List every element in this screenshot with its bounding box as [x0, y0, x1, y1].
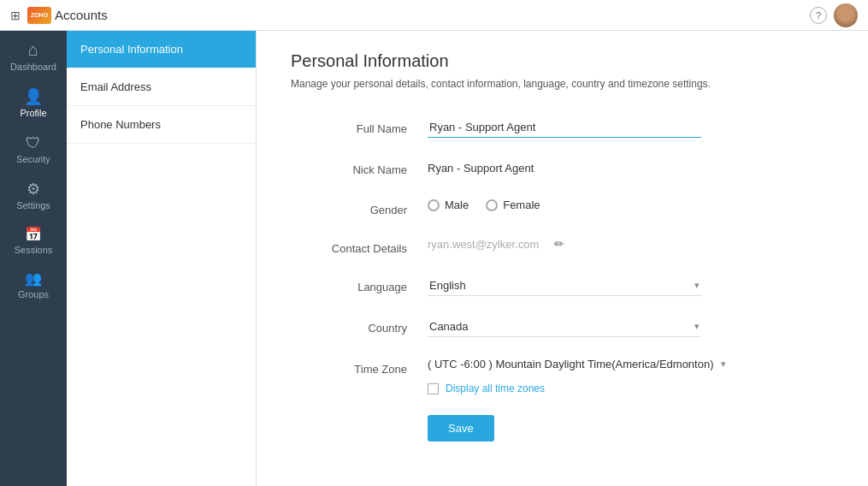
subnav-phone-numbers[interactable]: Phone Numbers: [67, 106, 256, 144]
top-header: ⊞ ZOHO Accounts ?: [0, 0, 868, 31]
sidebar-item-dashboard[interactable]: ⌂ Dashboard: [0, 31, 67, 79]
contact-details-value: ryan.west@zylker.com ✏: [428, 237, 834, 251]
sub-nav: Personal Information Email Address Phone…: [67, 31, 257, 486]
timezone-dropdown[interactable]: ( UTC -6:00 ) Mountain Daylight Time(Ame…: [428, 358, 726, 370]
timezone-dropdown-arrow: ▾: [721, 359, 726, 370]
sidebar-item-settings[interactable]: ⚙ Settings: [0, 171, 67, 217]
timezone-checkbox[interactable]: [428, 383, 439, 394]
form-row-country: Country Canada ▾: [291, 317, 834, 337]
country-dropdown[interactable]: Canada ▾: [428, 317, 701, 337]
form-row-language: Language English ▾: [291, 276, 834, 296]
content-area: Personal Information Manage your persona…: [257, 31, 868, 486]
sidebar-item-groups[interactable]: 👥 Groups: [0, 262, 67, 306]
contact-details-label: Contact Details: [291, 237, 428, 255]
gender-female-radio[interactable]: [486, 199, 498, 211]
timezone-checkbox-row: Display all time zones: [428, 382, 545, 394]
country-value: Canada ▾: [428, 317, 834, 337]
help-icon[interactable]: ?: [810, 7, 827, 24]
home-icon: ⌂: [28, 41, 38, 58]
sidebar-label-dashboard: Dashboard: [10, 62, 56, 72]
sidebar-label-sessions: Sessions: [15, 245, 53, 255]
gender-label: Gender: [291, 199, 428, 216]
logo: ZOHO Accounts: [27, 7, 108, 24]
country-label: Country: [291, 317, 428, 335]
language-dropdown-value: English: [429, 279, 466, 292]
form-row-contact: Contact Details ryan.west@zylker.com ✏: [291, 237, 834, 255]
left-sidebar: ⌂ Dashboard 👤 Profile 🛡 Security ⚙ Setti…: [0, 31, 67, 486]
form-row-gender: Gender Male Female: [291, 199, 834, 216]
sidebar-label-security: Security: [16, 154, 50, 164]
nick-name-text: Ryan - Support Agent: [428, 158, 534, 178]
form-row-fullname: Full Name: [291, 117, 834, 138]
timezone-dropdown-value: ( UTC -6:00 ) Mountain Daylight Time(Ame…: [428, 358, 714, 370]
sidebar-item-profile[interactable]: 👤 Profile: [0, 79, 67, 125]
subnav-personal-information[interactable]: Personal Information: [67, 31, 256, 68]
country-dropdown-value: Canada: [429, 320, 469, 333]
nick-name-label: Nick Name: [291, 158, 428, 176]
language-value: English ▾: [428, 276, 834, 296]
sidebar-label-settings: Settings: [16, 200, 50, 210]
gear-icon: ⚙: [27, 181, 40, 197]
nick-name-value: Ryan - Support Agent: [428, 158, 834, 178]
language-dropdown-arrow: ▾: [694, 280, 700, 291]
page-title: Personal Information: [291, 51, 834, 71]
gender-male-option[interactable]: Male: [428, 199, 469, 211]
zoho-logo: ZOHO: [27, 7, 51, 24]
sidebar-label-profile: Profile: [20, 108, 46, 118]
gender-radio-group: Male Female: [428, 199, 540, 211]
avatar[interactable]: [834, 3, 858, 27]
group-icon: 👥: [25, 272, 42, 286]
edit-icon[interactable]: ✏: [554, 237, 564, 251]
form-row-nickname: Nick Name Ryan - Support Agent: [291, 158, 834, 178]
app-title: Accounts: [55, 8, 108, 22]
sidebar-item-security[interactable]: 🛡 Security: [0, 125, 67, 171]
timezone-label: Time Zone: [291, 358, 428, 376]
full-name-input[interactable]: [428, 117, 701, 138]
form-row-save: Save: [428, 415, 834, 442]
profile-icon: 👤: [24, 89, 43, 104]
gender-value: Male Female: [428, 199, 834, 211]
sidebar-label-groups: Groups: [18, 289, 49, 299]
full-name-value: [428, 117, 834, 138]
gender-female-label: Female: [503, 199, 540, 211]
gender-female-option[interactable]: Female: [486, 199, 540, 211]
save-button[interactable]: Save: [428, 415, 494, 442]
contact-email: ryan.west@zylker.com: [428, 238, 539, 251]
language-label: Language: [291, 276, 428, 293]
gender-male-label: Male: [445, 199, 469, 211]
sidebar-item-sessions[interactable]: 📅 Sessions: [0, 217, 67, 262]
language-dropdown[interactable]: English ▾: [428, 276, 701, 296]
subnav-email-address[interactable]: Email Address: [67, 68, 256, 106]
country-dropdown-arrow: ▾: [694, 321, 700, 332]
timezone-checkbox-label[interactable]: Display all time zones: [446, 382, 545, 394]
gender-male-radio[interactable]: [428, 199, 440, 211]
full-name-label: Full Name: [291, 117, 428, 135]
grid-icon[interactable]: ⊞: [10, 9, 21, 22]
main-layout: ⌂ Dashboard 👤 Profile 🛡 Security ⚙ Setti…: [0, 31, 868, 486]
calendar-icon: 📅: [25, 228, 42, 241]
shield-icon: 🛡: [26, 135, 41, 151]
timezone-value-container: ( UTC -6:00 ) Mountain Daylight Time(Ame…: [428, 358, 834, 394]
form-row-timezone: Time Zone ( UTC -6:00 ) Mountain Dayligh…: [291, 358, 834, 394]
page-subtitle: Manage your personal details, contact in…: [291, 76, 834, 92]
